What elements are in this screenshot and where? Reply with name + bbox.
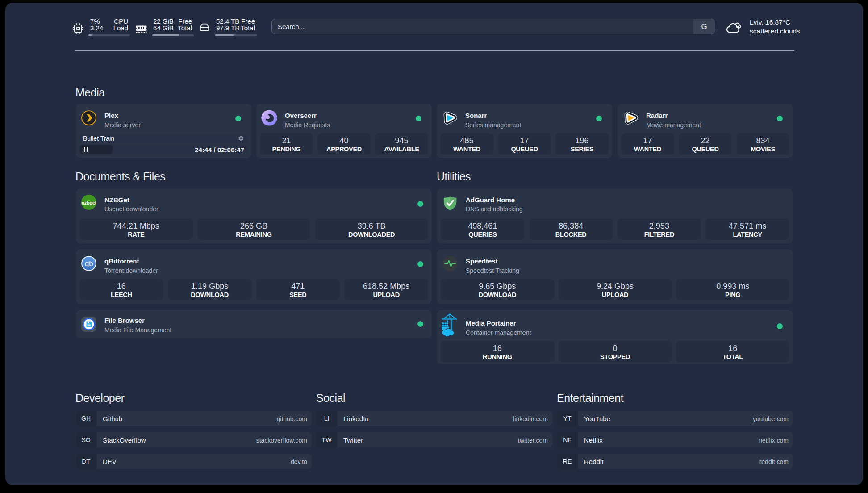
svg-text:qb: qb (85, 259, 93, 268)
svg-text:nzbget: nzbget (81, 200, 96, 205)
